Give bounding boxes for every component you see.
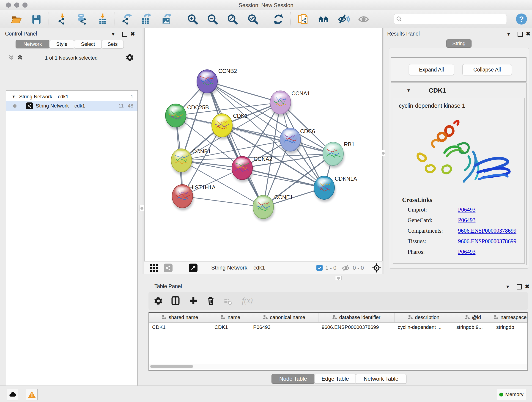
node-CDK1[interactable]: [212, 114, 233, 140]
column-header-3[interactable]: database identifier: [318, 313, 394, 322]
table-row[interactable]: CDK1CDK1P064939606.ENSP00000378699cyclin…: [149, 323, 527, 332]
panel-float-icon[interactable]: [518, 32, 523, 37]
add-column-icon[interactable]: [189, 296, 198, 306]
table-gear-icon[interactable]: [154, 297, 163, 306]
node-CCNB2[interactable]: [197, 70, 218, 96]
first-neighbors-button[interactable]: [317, 13, 330, 26]
delete-table-icon[interactable]: [224, 298, 232, 307]
panel-menu-icon[interactable]: ▼: [506, 32, 511, 37]
gene-header-row[interactable]: ▼ CDK1: [391, 83, 526, 98]
help-button[interactable]: ?: [516, 13, 527, 25]
table-cell[interactable]: stringdb:9...: [453, 323, 493, 332]
table-cell[interactable]: cyclin-dependent ...: [394, 323, 453, 332]
import-table-button[interactable]: [96, 13, 109, 26]
warnings-button[interactable]: [26, 389, 38, 400]
tab-string[interactable]: String: [446, 39, 472, 48]
select-columns-icon[interactable]: [171, 296, 180, 306]
column-header-2[interactable]: canonical name: [250, 313, 318, 322]
import-network-from-database-button[interactable]: [75, 13, 88, 26]
table-horizontal-scrollbar[interactable]: [149, 364, 527, 369]
search-field[interactable]: [394, 14, 507, 24]
node-RB1[interactable]: [323, 142, 344, 168]
table-cell[interactable]: 9606.ENSP00000378699: [318, 323, 394, 332]
column-header-1[interactable]: name: [211, 313, 250, 322]
crosslink-link[interactable]: P06493: [458, 249, 475, 255]
tab-style[interactable]: Style: [49, 40, 75, 48]
table-cell[interactable]: CDK1: [149, 323, 211, 332]
clone-network-button[interactable]: [297, 13, 309, 26]
edge-CDC25B-RB1[interactable]: [176, 115, 333, 154]
save-session-button[interactable]: [30, 13, 43, 26]
crosslink-link[interactable]: P06493: [458, 217, 475, 223]
network-options-gear-icon[interactable]: [126, 54, 133, 62]
network-canvas[interactable]: CCNB2CCNA1CDC25BCDK1CDC6RB1CCNB1CCNA2CDK…: [144, 28, 383, 261]
column-header-5[interactable]: @id: [453, 313, 493, 322]
zoom-fit-button[interactable]: [226, 13, 239, 26]
crosslink-link[interactable]: P06493: [458, 206, 475, 213]
node-CDC25B[interactable]: [165, 104, 187, 130]
refresh-button[interactable]: [272, 13, 285, 26]
table-cell[interactable]: P06493: [250, 323, 318, 332]
panel-float-icon[interactable]: [122, 32, 127, 37]
export-network-button[interactable]: [120, 13, 133, 26]
fit-selected-icon[interactable]: [372, 263, 381, 274]
table-cell[interactable]: CDK1: [211, 323, 250, 332]
zoom-selected-button[interactable]: [247, 13, 259, 26]
tab-node-table[interactable]: Node Table: [272, 374, 315, 384]
open-session-button[interactable]: [10, 13, 22, 26]
search-input[interactable]: [402, 16, 507, 22]
node-CCNA2[interactable]: [232, 156, 253, 182]
cloud-status-button[interactable]: [7, 389, 18, 400]
tab-network[interactable]: Network: [16, 40, 50, 48]
zoom-in-button[interactable]: [186, 13, 199, 26]
panel-float-icon[interactable]: [517, 284, 522, 289]
export-image-button[interactable]: [160, 13, 173, 26]
node-CDC6[interactable]: [280, 128, 302, 154]
memory-button[interactable]: Memory: [497, 389, 526, 400]
delete-column-icon[interactable]: [206, 296, 215, 306]
panel-menu-icon[interactable]: ▼: [111, 32, 115, 37]
edge-CCNB2-CCNE1[interactable]: [207, 81, 263, 207]
tab-sets[interactable]: Sets: [101, 40, 124, 48]
crosslink-label: GeneCard:: [408, 217, 458, 223]
node-CCNE1[interactable]: [253, 195, 274, 221]
scrollbar-thumb[interactable]: [150, 365, 193, 368]
vertical-splitter[interactable]: [143, 28, 144, 274]
table-cell[interactable]: stringdb: [493, 323, 527, 332]
crosslink-link[interactable]: 9606.ENSP00000378699: [458, 238, 516, 245]
network-row[interactable]: String Network – cdk1 11 48: [6, 101, 138, 111]
tree-expander-icon[interactable]: ▼: [12, 95, 16, 99]
show-all-button[interactable]: [357, 13, 370, 26]
network-collection-row[interactable]: ▼ String Network – cdk1 1: [6, 92, 138, 101]
panel-close-icon[interactable]: ✖: [130, 31, 135, 37]
detach-view-icon[interactable]: [189, 264, 197, 272]
edge-HIST1H1A-CCNE1[interactable]: [182, 196, 263, 207]
column-header-6[interactable]: namespace: [493, 313, 527, 322]
node-CCNA1[interactable]: [270, 91, 292, 117]
birds-eye-view-icon[interactable]: [164, 264, 172, 272]
collapse-triangle-icon[interactable]: ▼: [406, 88, 411, 93]
column-header-0[interactable]: shared name: [149, 313, 211, 322]
export-table-button[interactable]: [140, 13, 152, 26]
tab-edge-table[interactable]: Edge Table: [314, 374, 356, 384]
node-label: CCNB2: [218, 68, 237, 74]
panel-close-icon[interactable]: ✖: [525, 283, 530, 290]
grid-view-icon[interactable]: [150, 264, 158, 273]
panel-close-icon[interactable]: ✖: [526, 31, 530, 37]
zoom-out-button[interactable]: [206, 13, 219, 26]
crosslink-link[interactable]: 9606.ENSP00000378699: [458, 228, 516, 234]
hide-selected-button[interactable]: [337, 13, 350, 26]
import-network-button[interactable]: [56, 13, 69, 26]
node-CDKN1A[interactable]: [314, 176, 336, 202]
tab-select[interactable]: Select: [74, 40, 102, 48]
splitter-collapse-handle[interactable]: [335, 276, 342, 280]
collapse-all-button[interactable]: Collapse All: [462, 64, 512, 75]
splitter-collapse-handle[interactable]: [139, 205, 144, 211]
panel-menu-icon[interactable]: ▼: [505, 284, 510, 289]
tab-network-table[interactable]: Network Table: [355, 374, 406, 384]
selected-checkbox-icon[interactable]: [317, 265, 323, 271]
expand-all-button[interactable]: Expand All: [409, 64, 454, 75]
column-header-4[interactable]: description: [394, 313, 453, 322]
function-builder-icon[interactable]: f(x): [242, 296, 253, 305]
hidden-eye-icon[interactable]: [341, 264, 350, 274]
